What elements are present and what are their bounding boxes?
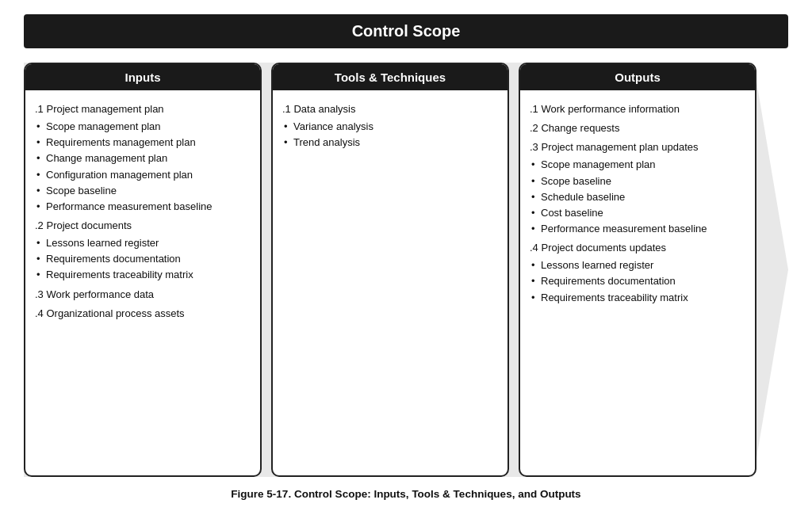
numbered-item: .1 Work performance information [530,101,745,117]
bullet-item: Scope management plan [46,119,251,135]
bullet-item: Requirements documentation [541,273,745,289]
bullet-item: Configuration management plan [46,167,251,183]
bullet-item: Performance measurement baseline [541,221,745,237]
numbered-item: .1 Project management plan [35,101,251,117]
numbered-item: .1 Data analysis [282,101,498,117]
numbered-item: .4 Project documents updates [530,240,745,256]
page-title: Control Scope [24,14,788,48]
diagram-area: Inputs.1 Project management planScope ma… [24,63,788,477]
tools-body: .1 Data analysisVariance analysisTrend a… [273,90,508,475]
bullet-item: Scope management plan [541,157,745,173]
bullet-item: Requirements traceability matrix [46,267,251,283]
numbered-item: .4 Organizational process assets [35,306,251,322]
bullet-item: Change management plan [46,151,251,166]
bullet-item: Requirements documentation [46,251,251,267]
inputs-body: .1 Project management planScope manageme… [25,90,260,475]
numbered-item: .2 Change requests [530,120,745,136]
bullet-item: Trend analysis [293,135,498,151]
bullet-item: Requirements management plan [46,135,251,151]
numbered-item: .2 Project documents [35,218,251,234]
numbered-item: .3 Work performance data [35,287,251,303]
bullet-item: Lessons learned register [541,257,745,273]
bullet-item: Scope baseline [46,183,251,199]
column-outputs: Outputs.1 Work performance information.2… [519,63,756,477]
outputs-header: Outputs [520,64,755,90]
bullet-item: Requirements traceability matrix [541,290,745,306]
bullet-item: Variance analysis [293,119,498,135]
numbered-item: .3 Project management plan updates [530,139,745,155]
outputs-body: .1 Work performance information.2 Change… [520,90,755,475]
column-inputs: Inputs.1 Project management planScope ma… [24,63,262,477]
column-tools: Tools & Techniques.1 Data analysisVarian… [271,63,509,477]
bullet-item: Lessons learned register [46,235,251,251]
tools-header: Tools & Techniques [273,64,508,90]
figure-caption: Figure 5-17. Control Scope: Inputs, Tool… [231,483,580,503]
inputs-header: Inputs [25,64,260,90]
bullet-item: Schedule baseline [541,189,745,205]
bullet-item: Performance measurement baseline [46,199,251,215]
bullet-item: Scope baseline [541,174,745,189]
bullet-item: Cost baseline [541,205,745,221]
columns-wrapper: Inputs.1 Project management planScope ma… [24,63,788,477]
